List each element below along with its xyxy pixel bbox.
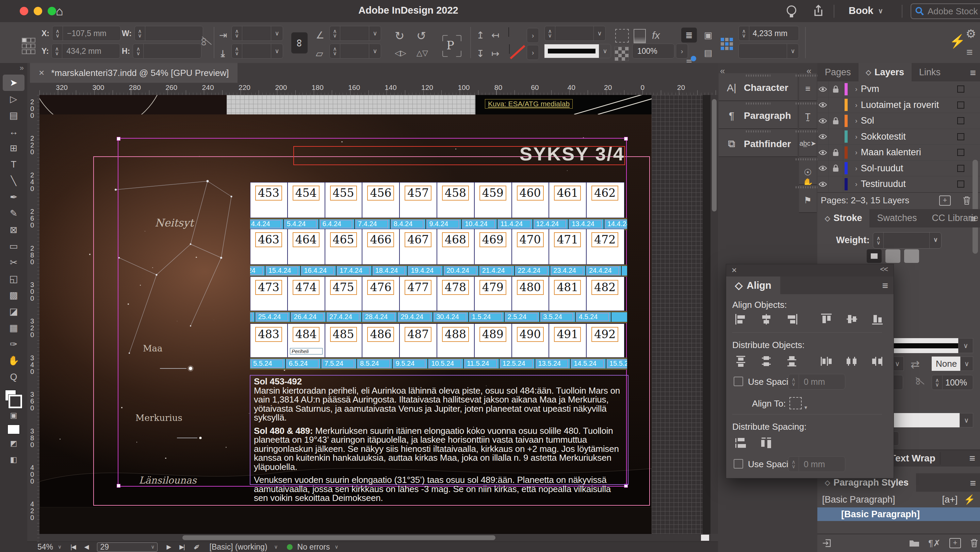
panel-menu-icon[interactable]: ≡ [970, 67, 976, 79]
tab-layers[interactable]: ◇Layers [859, 63, 912, 81]
layer-name[interactable]: Pvm [861, 84, 879, 94]
distribute-top-button[interactable] [734, 355, 747, 368]
horizontal-ruler[interactable]: 3203002802602402202001801601401201008060… [40, 83, 718, 95]
corner-shape-dropdown[interactable]: ∨ [738, 43, 799, 59]
align-left-button[interactable] [734, 313, 747, 325]
select-previous-icon[interactable]: ↤ [492, 30, 499, 41]
layer-name[interactable]: Testiruudut [861, 179, 906, 189]
date-cell[interactable]: 14.4.24 [250, 266, 266, 276]
expand-layer-icon[interactable]: › [855, 117, 858, 124]
date-cell[interactable]: 11.5.24 [464, 359, 500, 369]
panel-icon-bookmarks[interactable]: ⚑ [799, 185, 817, 213]
screen-mode-button[interactable]: ◧ [3, 453, 24, 466]
stroke-weight-field[interactable]: ∧∨∨ [544, 26, 606, 41]
date-cell[interactable]: 7.5.24 [321, 359, 357, 369]
layer-row[interactable]: › Testiruudut [817, 176, 980, 192]
layer-name[interactable]: Maan kalenteri [861, 147, 921, 158]
distribute-horizontal-center-button[interactable] [845, 355, 858, 368]
tool-button[interactable]: ✎ [3, 205, 24, 222]
effects-fx-button[interactable]: fx [652, 30, 660, 41]
date-cell[interactable]: 12.4.24 [533, 219, 569, 229]
spacing-field[interactable]: ∧∨ 0 mm [788, 374, 845, 389]
layer-name[interactable]: Sol-ruudut [861, 163, 904, 174]
drop-shadow-button[interactable] [633, 29, 646, 43]
layer-target-square[interactable] [957, 102, 964, 108]
sol-cell[interactable]: 486 [363, 324, 400, 357]
date-cell[interactable]: 2.5.24 [504, 312, 540, 322]
align-panel-titlebar[interactable]: × << [726, 264, 894, 276]
panel-menu-icon[interactable]: ≡ [970, 477, 976, 489]
align-right-button[interactable] [785, 313, 798, 325]
align-to-dropdown[interactable] [789, 397, 802, 409]
date-cell[interactable]: 24.4.24 [586, 266, 622, 276]
tool-button[interactable]: ✑ [3, 336, 24, 353]
layer-row[interactable]: › Maan kalenteri [817, 145, 980, 161]
tool-button[interactable]: Q [3, 369, 24, 385]
sol-cell[interactable]: 475 [325, 277, 363, 311]
apply-gradient-button[interactable]: ◩ [3, 437, 24, 450]
traffic-close-button[interactable] [20, 7, 28, 15]
layer-row[interactable]: › Sol [817, 113, 980, 129]
layer-target-square[interactable] [957, 86, 964, 93]
sol-cell[interactable]: 453 [250, 182, 288, 218]
scale-x-field[interactable]: ∧∨∨ [231, 26, 283, 41]
gear-icon[interactable]: ⚙ [966, 27, 976, 40]
date-cell[interactable]: 4.4.24 [250, 219, 284, 229]
formatting-affects-container-button[interactable]: ▣ [3, 409, 24, 422]
gap-color-dropdown[interactable]: None [932, 357, 964, 371]
constrain-scale-button[interactable]: ∞ [291, 32, 308, 53]
corner-radius-field[interactable]: ∧∨4,233 mm [738, 26, 799, 41]
date-cell[interactable]: 8.5.24 [357, 359, 393, 369]
align-vertical-center-button[interactable] [845, 313, 858, 325]
sol-cell[interactable]: 490 [512, 324, 550, 357]
date-cell[interactable]: 16.4.24 [301, 266, 337, 276]
visibility-eye-icon[interactable] [817, 176, 829, 192]
date-cell[interactable]: 6.4.24 [319, 219, 355, 229]
layer-name[interactable]: Luotaimet ja roverit [861, 100, 939, 110]
rotate-ccw-button[interactable]: ↺ [417, 29, 426, 43]
sol-cell[interactable]: 460 [512, 182, 550, 218]
r otate-cw-button[interactable]: ↻ [395, 29, 404, 43]
chevron-down-icon[interactable]: ∨ [959, 413, 973, 428]
tool-button[interactable]: ▷ [3, 91, 24, 107]
sol-cell[interactable]: 480 [512, 277, 550, 311]
date-cell[interactable]: 28.4.24 [362, 312, 398, 322]
sol-cell[interactable]: 455 [325, 182, 363, 218]
expand-layer-icon[interactable]: › [855, 164, 858, 172]
layer-target-square[interactable] [957, 117, 964, 124]
distribute-vertical-center-button[interactable] [760, 355, 773, 368]
tool-button[interactable]: ✒ [3, 189, 24, 205]
chevron-down-icon[interactable]: ∨ [960, 357, 973, 371]
date-cell[interactable]: 7.4.24 [355, 219, 391, 229]
sol-cell[interactable]: 463 [250, 229, 288, 264]
traffic-minimize-button[interactable] [34, 7, 42, 15]
panel-icon-text-align[interactable]: ≡ [799, 73, 817, 101]
date-cell[interactable]: 8.4.24 [391, 219, 426, 229]
style-group-folder-icon[interactable] [909, 539, 920, 547]
broken-link-icon[interactable]: ∞ [913, 378, 924, 385]
sol-cell[interactable]: 467 [400, 229, 437, 264]
visibility-eye-icon[interactable] [817, 145, 829, 160]
align-bottom-button[interactable] [871, 313, 884, 325]
lock-icon[interactable] [829, 129, 843, 145]
stepper[interactable]: ∧∨ [52, 26, 63, 40]
date-cell[interactable]: 6.5.24 [286, 359, 321, 369]
sol-cell[interactable]: 462 [587, 182, 624, 218]
distribute-right-button[interactable] [871, 355, 884, 368]
spacing-field-2[interactable]: ∧∨ 0 mm [788, 456, 845, 472]
preflight-icon[interactable]: ✒ [191, 541, 203, 552]
date-cell[interactable]: 13.5.24 [535, 359, 571, 369]
date-cell[interactable]: 4.5.24 [576, 312, 611, 322]
lock-icon[interactable] [829, 176, 843, 192]
date-cell[interactable]: 10.5.24 [428, 359, 464, 369]
fill-stroke-swatches[interactable] [5, 390, 22, 408]
date-cell[interactable]: 20.4.24 [443, 266, 479, 276]
date-cell[interactable]: 19.4.24 [408, 266, 443, 276]
home-icon[interactable]: ⌂ [56, 4, 63, 18]
date-cell[interactable]: 14.5.24 [571, 359, 606, 369]
sol-cell[interactable]: 474 [288, 277, 325, 311]
sol-cell[interactable]: 464 [288, 229, 325, 264]
distribute-bottom-button[interactable] [785, 355, 798, 368]
flip-horizontal-button[interactable]: ◁▷ [395, 49, 406, 57]
height-field[interactable]: ∧∨ [133, 43, 202, 59]
